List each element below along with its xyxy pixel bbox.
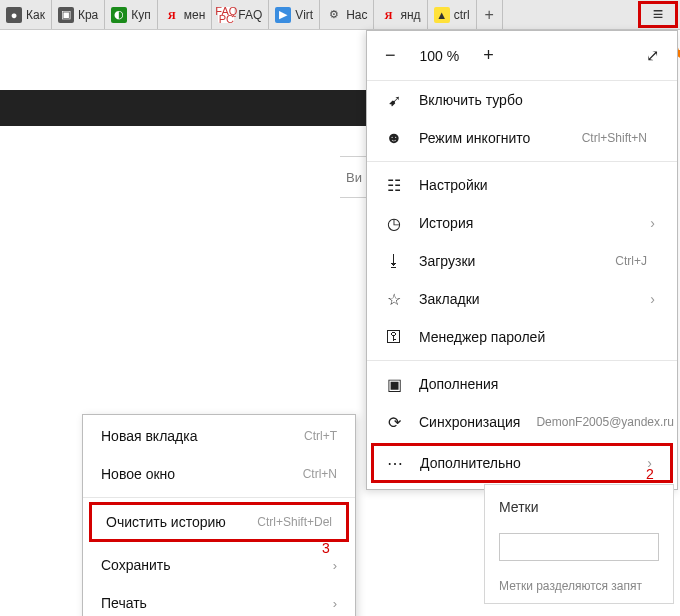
zoom-in-button[interactable]: + [483,45,494,66]
yandex-icon: Я [164,7,180,23]
gear-icon: ⚙ [326,7,342,23]
menu-settings[interactable]: ☷ Настройки [367,166,677,204]
tab-0[interactable]: ● Как [0,0,52,29]
submenu-label: Очистить историю [106,514,257,530]
menu-label: Включить турбо [419,92,659,108]
tags-title: Метки [499,499,659,515]
menu-label: Дополнения [419,376,659,392]
faq-icon: FAQPC [218,7,234,23]
clock-icon: ◷ [385,214,403,232]
incognito-icon: ☻ [385,129,403,147]
chevron-right-icon: › [333,558,337,573]
menu-shortcut: Ctrl+J [615,254,659,268]
menu-passwords[interactable]: ⚿ Менеджер паролей [367,318,677,356]
tags-panel: Метки Метки разделяются запят [484,484,674,604]
new-tab-button[interactable]: + [477,0,503,29]
sync-icon: ⟳ [385,413,403,431]
tab-label: Virt [295,8,313,22]
separator [367,360,677,361]
square-icon: ▣ [58,7,74,23]
tab-7[interactable]: Я янд [374,0,427,29]
tab-5[interactable]: ▶ Virt [269,0,320,29]
submenu-new-tab[interactable]: Новая вкладка Ctrl+T [83,417,355,455]
tab-label: Нас [346,8,367,22]
menu-turbo[interactable]: ➹ Включить турбо [367,81,677,119]
zoom-level: 100 % [420,48,460,64]
submenu-save[interactable]: Сохранить › [83,546,355,584]
sync-email: DemonF2005@yandex.ru [536,415,680,429]
key-icon: ⚿ [385,328,403,346]
menu-label: Синхронизация [419,414,520,430]
tab-label: Куп [131,8,151,22]
submenu-shortcut: Ctrl+Shift+Del [257,515,332,529]
tags-hint: Метки разделяются запят [499,579,642,593]
tab-8[interactable]: ▲ ctrl [428,0,477,29]
menu-incognito[interactable]: ☻ Режим инкогнито Ctrl+Shift+N [367,119,677,157]
picture-icon: ▲ [434,7,450,23]
menu-additional-highlight[interactable]: ⋯ Дополнительно › [371,443,673,483]
submenu-label: Печать [101,595,333,611]
tab-label: мен [184,8,206,22]
submenu-label: Сохранить [101,557,333,573]
page-card-text: Ви [346,170,362,185]
download-icon: ⭳ [385,252,403,270]
tab-label: FAQ [238,8,262,22]
tab-label: Кра [78,8,98,22]
menu-history[interactable]: ◷ История › [367,204,677,242]
menu-downloads[interactable]: ⭳ Загрузки Ctrl+J [367,242,677,280]
menu-label: История [419,215,634,231]
menu-sync[interactable]: ⟳ Синхронизация DemonF2005@yandex.ru [367,403,677,441]
tab-6[interactable]: ⚙ Нас [320,0,374,29]
submenu-shortcut: Ctrl+N [303,467,337,481]
fullscreen-icon[interactable]: ⤢ [646,46,659,65]
submenu-shortcut: Ctrl+T [304,429,337,443]
menu-label: Режим инкогнито [419,130,566,146]
separator [367,161,677,162]
star-outline-icon: ☆ [385,290,403,308]
menu-label: Дополнительно [420,455,631,471]
virtualbox-icon: ▶ [275,7,291,23]
chevron-right-icon: › [333,596,337,611]
submenu-new-window[interactable]: Новое окно Ctrl+N [83,455,355,493]
puzzle-icon: ▣ [385,375,403,393]
page-header-strip [0,90,366,126]
tab-1[interactable]: ▣ Кра [52,0,105,29]
tags-input[interactable] [499,533,659,561]
tab-label: ctrl [454,8,470,22]
submenu-label: Новое окно [101,466,303,482]
tab-label: янд [400,8,420,22]
yandex-icon: Я [380,7,396,23]
chevron-right-icon: › [650,215,659,231]
rocket-icon: ➹ [385,91,403,109]
main-menu-dropdown: − 100 % + ⤢ ➹ Включить турбо ☻ Режим инк… [366,30,678,490]
menu-addons[interactable]: ▣ Дополнения [367,365,677,403]
circle-icon: ◐ [111,7,127,23]
submenu-label: Новая вкладка [101,428,304,444]
ellipsis-icon: ⋯ [386,454,404,472]
tab-2[interactable]: ◐ Куп [105,0,158,29]
annotation-2: 2 [646,466,654,482]
submenu-clear-history-highlight[interactable]: Очистить историю Ctrl+Shift+Del [89,502,349,542]
annotation-3: 3 [322,540,330,556]
menu-shortcut: Ctrl+Shift+N [582,131,659,145]
tab-label: Как [26,8,45,22]
hamburger-icon[interactable]: ≡ [653,4,664,25]
tab-3[interactable]: Я мен [158,0,213,29]
menu-bookmarks[interactable]: ☆ Закладки › [367,280,677,318]
globe-icon: ● [6,7,22,23]
menu-label: Менеджер паролей [419,329,659,345]
main-menu-button-highlight: ≡ [638,1,678,28]
zoom-out-button[interactable]: − [385,45,396,66]
menu-label: Настройки [419,177,659,193]
tab-4[interactable]: FAQPC FAQ [212,0,269,29]
chevron-right-icon: › [650,291,659,307]
menu-label: Закладки [419,291,634,307]
menu-label: Загрузки [419,253,599,269]
additional-submenu: Новая вкладка Ctrl+T Новое окно Ctrl+N О… [82,414,356,616]
tab-strip: ● Как ▣ Кра ◐ Куп Я мен FAQPC FAQ ▶ Virt… [0,0,680,30]
separator [83,497,355,498]
sliders-icon: ☷ [385,176,403,194]
zoom-row: − 100 % + ⤢ [367,31,677,81]
submenu-print[interactable]: Печать › [83,584,355,616]
tab-spacer [503,0,638,29]
